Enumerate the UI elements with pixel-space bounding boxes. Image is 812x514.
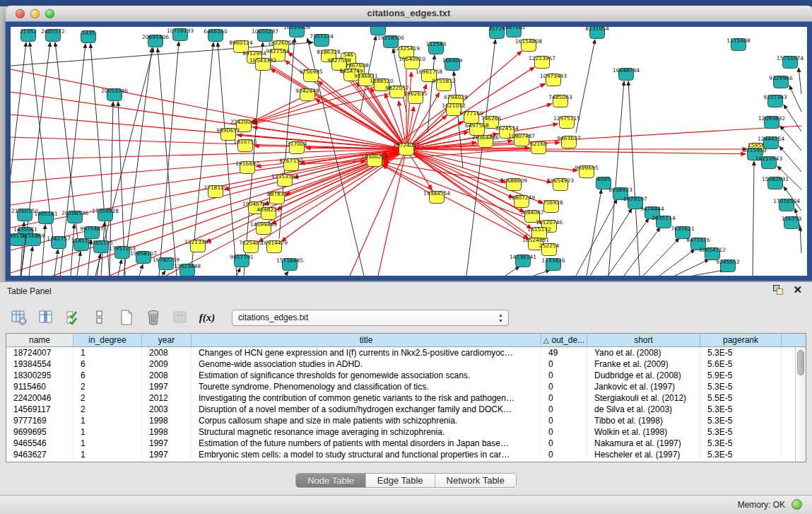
- graph-node[interactable]: 14136141: [510, 254, 536, 267]
- scrollbar-thumb[interactable]: [797, 350, 804, 375]
- graph-node-selected[interactable]: 317004: [287, 141, 307, 154]
- edge[interactable]: [608, 218, 649, 276]
- table-cell[interactable]: Estimation of significance thresholds fo…: [192, 370, 541, 381]
- graph-node-selected[interactable]: 16640910: [399, 56, 425, 69]
- edge[interactable]: [118, 259, 122, 276]
- edge-selected[interactable]: [406, 149, 746, 154]
- edge-selected[interactable]: [378, 149, 406, 276]
- graph-node[interactable]: 20053346: [101, 88, 128, 101]
- edge[interactable]: [159, 42, 179, 276]
- graph-node[interactable]: 1115408: [726, 37, 751, 51]
- graph-node-selected[interactable]: 16914479: [261, 240, 288, 253]
- table-cell[interactable]: 5.3E-5: [700, 347, 782, 358]
- new-table-icon[interactable]: [117, 308, 136, 327]
- table-cell[interactable]: Yano et al. (2008): [587, 347, 700, 358]
- table-cell[interactable]: 0: [541, 438, 587, 449]
- table-cell[interactable]: Stergiakouli et al. (2012): [587, 392, 700, 404]
- table-cell[interactable]: 6: [73, 358, 142, 370]
- edge[interactable]: [466, 40, 495, 276]
- table-cell[interactable]: 2: [73, 404, 142, 415]
- table-cell[interactable]: 2: [73, 392, 142, 404]
- graph-node[interactable]: 2405572: [41, 28, 65, 42]
- column-header-name[interactable]: name: [6, 334, 73, 346]
- table-cell[interactable]: 5.5E-5: [700, 392, 782, 404]
- table-cell[interactable]: 2008: [142, 370, 192, 381]
- table-cell[interactable]: 5.3E-5: [700, 404, 782, 415]
- table-cell[interactable]: Wolkin et al. (1998): [587, 426, 700, 438]
- column-header-short[interactable]: short: [587, 334, 700, 346]
- graph-node[interactable]: 1435: [81, 30, 96, 43]
- edge[interactable]: [799, 68, 801, 94]
- edge[interactable]: [162, 271, 165, 276]
- table-cell[interactable]: Estimation of the future numbers of pati…: [192, 438, 541, 449]
- table-row[interactable]: 946362711997Embryonic stem cells: a mode…: [6, 449, 795, 460]
- table-cell[interactable]: 1998: [142, 426, 192, 438]
- table-cell[interactable]: 14569117: [6, 404, 73, 415]
- table-cell[interactable]: 1997: [142, 438, 192, 449]
- table-cell[interactable]: 0: [541, 449, 587, 460]
- table-cell[interactable]: 1997: [142, 449, 192, 460]
- import-table-icon[interactable]: [171, 308, 189, 327]
- table-columns-icon[interactable]: [37, 308, 55, 327]
- table-cell[interactable]: 19384554: [6, 358, 73, 370]
- graph-node[interactable]: 15751074: [777, 55, 804, 69]
- graph-node[interactable]: 17359928: [92, 208, 119, 221]
- graph-node-selected[interactable]: 9756985: [299, 69, 323, 82]
- graph-node-selected[interactable]: 7485063: [548, 94, 572, 107]
- edge[interactable]: [97, 254, 100, 276]
- table-row[interactable]: 977716911998Corpus callosum shape and si…: [6, 415, 795, 426]
- table-cell[interactable]: 9777169: [6, 415, 73, 426]
- column-header-year[interactable]: year: [142, 334, 192, 346]
- table-cell[interactable]: 5.3E-5: [700, 438, 782, 449]
- table-cell[interactable]: 18300295: [6, 370, 73, 381]
- table-cell[interactable]: 1: [73, 449, 142, 460]
- graph-node[interactable]: 10719133: [167, 28, 194, 41]
- column-header-title[interactable]: title: [192, 334, 541, 346]
- graph-node-selected[interactable]: 9463627: [557, 135, 581, 148]
- table-cell[interactable]: 1998: [142, 415, 192, 426]
- table-row[interactable]: 946554611997Estimation of the future num…: [6, 438, 795, 449]
- table-cell[interactable]: 18724007: [6, 347, 73, 358]
- table-cell[interactable]: 5.3E-5: [700, 426, 782, 438]
- graph-node[interactable]: 16210643: [755, 156, 782, 169]
- graph-node-selected[interactable]: 7625402: [239, 240, 263, 253]
- table-cell[interactable]: 1: [73, 438, 142, 449]
- table-cell[interactable]: Corpus callosum shape and size in male p…: [192, 415, 541, 426]
- table-cell[interactable]: 22420046: [6, 392, 73, 404]
- graph-node[interactable]: 1342757: [47, 235, 71, 249]
- table-cell[interactable]: 0: [541, 358, 587, 370]
- graph-node-selected[interactable]: 9699695: [575, 165, 599, 178]
- edge[interactable]: [753, 161, 754, 276]
- edge[interactable]: [11, 42, 26, 175]
- table-cell[interactable]: 5.9E-5: [700, 370, 782, 381]
- table-cell[interactable]: 5.3E-5: [700, 381, 782, 392]
- graph-node[interactable]: 16648784: [613, 67, 640, 81]
- graph-node[interactable]: 1733426: [541, 257, 565, 271]
- graph-node[interactable]: 17016504: [773, 198, 800, 211]
- graph-node[interactable]: 1905181: [34, 211, 58, 224]
- table-cell[interactable]: 2012: [142, 392, 192, 404]
- table-cell[interactable]: 5.3E-5: [700, 449, 782, 460]
- edge[interactable]: [779, 146, 801, 172]
- table-cell[interactable]: 0: [541, 404, 587, 415]
- graph-node[interactable]: 112543: [426, 41, 447, 54]
- table-row[interactable]: 969969511998Structural magnetic resonanc…: [6, 426, 795, 438]
- table-cell[interactable]: Investigating the contribution of common…: [192, 392, 541, 404]
- graph-node[interactable]: 15692931: [762, 176, 789, 189]
- graph-node-selected[interactable]: 19384554: [423, 190, 450, 204]
- table-cell[interactable]: 6: [73, 370, 142, 381]
- graph-node-selected[interactable]: 12213967: [529, 55, 555, 69]
- table-row[interactable]: 1938455462009Genome-wide association stu…: [6, 358, 795, 370]
- tab-node-table[interactable]: Node Table: [296, 474, 366, 487]
- table-cell[interactable]: 2008: [142, 347, 192, 358]
- graph-node-selected[interactable]: 1916682: [235, 160, 259, 174]
- table-row[interactable]: 1872400712008Changes of HCN gene express…: [6, 347, 795, 358]
- edge[interactable]: [576, 199, 617, 276]
- edge[interactable]: [643, 238, 679, 276]
- column-header-out_de[interactable]: △out_de...: [541, 334, 587, 346]
- graph-node[interactable]: 8131054: [585, 27, 609, 39]
- table-cell[interactable]: 1997: [142, 381, 192, 392]
- table-cell[interactable]: 2: [73, 381, 142, 392]
- edge-selected[interactable]: [384, 162, 514, 185]
- table-row[interactable]: 2242004622012Investigating the contribut…: [6, 392, 795, 404]
